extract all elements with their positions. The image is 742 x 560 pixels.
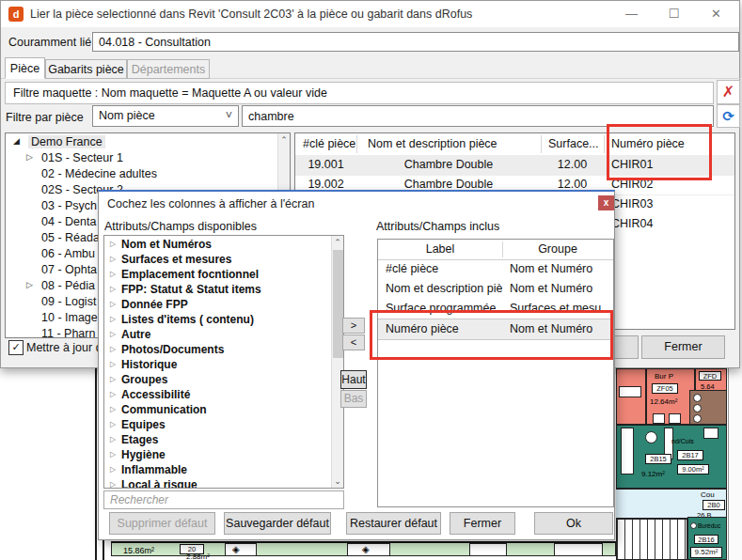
- scroll-down-icon[interactable]: ⌄: [332, 476, 343, 486]
- collapsed-icon[interactable]: ▷: [110, 315, 116, 323]
- collapsed-icon[interactable]: ▷: [110, 420, 116, 428]
- column-header-label[interactable]: Label: [378, 240, 502, 259]
- supprimer-defaut-button[interactable]: Supprimer défaut: [109, 512, 215, 535]
- list-item[interactable]: ▷Inflammable: [104, 463, 328, 478]
- collapsed-icon[interactable]: ▷: [110, 240, 116, 248]
- list-item[interactable]: ▷Donnée FPP: [104, 298, 328, 313]
- list-item-label: Surfaces et mesures: [121, 253, 231, 266]
- sauvegarder-defaut-button[interactable]: Sauvegarder défaut: [224, 512, 331, 535]
- close-icon[interactable]: ✕: [695, 1, 737, 27]
- collapsed-icon[interactable]: ▷: [110, 270, 116, 278]
- collapsed-icon[interactable]: ▷: [26, 152, 33, 162]
- tree-item-label: 08 - Pédia: [41, 279, 95, 292]
- attribute-search-input[interactable]: [103, 490, 344, 509]
- collapsed-icon[interactable]: ▷: [110, 405, 116, 413]
- list-item[interactable]: ▷FPP: Statut & Statut items: [104, 283, 328, 298]
- list-item[interactable]: ▷Surfaces et mesures: [104, 253, 328, 268]
- collapsed-icon[interactable]: ▷: [26, 280, 33, 289]
- list-item[interactable]: ▷Autre: [104, 328, 328, 343]
- collapsed-icon[interactable]: ▷: [110, 285, 116, 293]
- column-header-surface[interactable]: Surface...: [541, 133, 604, 155]
- available-label: Attributs/Champs disponibles: [104, 220, 257, 233]
- update-checkbox[interactable]: ✓: [8, 340, 24, 355]
- included-row[interactable]: #clé pièce Nom et Numéro: [378, 259, 613, 279]
- list-item[interactable]: ▷Etages: [104, 433, 328, 448]
- screenshot-root: 15.86m² 20 ◈ ◈ 2.88m² Bur P ZF05 12.64m²…: [0, 0, 742, 560]
- list-scrollbar[interactable]: ⌃ ⌄: [331, 236, 343, 488]
- filter-field-dropdown[interactable]: Nom pièce ˅: [92, 105, 239, 127]
- collapsed-icon[interactable]: ▷: [110, 255, 116, 263]
- partial-hidden-button[interactable]: [612, 335, 639, 359]
- ok-button[interactable]: Ok: [534, 512, 613, 535]
- refresh-filter-icon[interactable]: ⟳: [717, 104, 740, 128]
- collapsed-icon[interactable]: ▷: [110, 375, 116, 383]
- move-down-button[interactable]: Bas: [340, 390, 367, 408]
- minimize-icon[interactable]: —: [610, 1, 653, 27]
- plan-room-tag: 2B16: [694, 535, 718, 544]
- dialog-close-icon[interactable]: x: [598, 195, 614, 210]
- collapsed-icon[interactable]: ▷: [110, 360, 116, 368]
- move-up-button[interactable]: Haut: [340, 370, 367, 389]
- tab-piece[interactable]: Pièce: [5, 57, 45, 79]
- collapsed-icon[interactable]: ▷: [110, 300, 116, 308]
- tree-item-label: 09 - Logist: [41, 295, 96, 308]
- expanded-icon[interactable]: ◢: [13, 136, 20, 146]
- maximize-icon[interactable]: ☐: [653, 1, 695, 27]
- plan-room-tag: 2B0: [703, 500, 725, 510]
- plan-door-block: [554, 543, 603, 556]
- list-item[interactable]: ▷Equipes: [104, 418, 328, 433]
- collapsed-icon[interactable]: ▷: [110, 465, 116, 474]
- list-item-label: Emplacement focntionnel: [121, 268, 259, 281]
- column-header-name[interactable]: Nom et description pièce: [356, 133, 541, 155]
- current-link-label: Couramment lié à:: [8, 36, 104, 49]
- column-header-groupe[interactable]: Groupe: [502, 240, 613, 259]
- list-item[interactable]: ▷Nom et Numéros: [104, 238, 328, 253]
- current-link-field[interactable]: [92, 32, 739, 52]
- plan-area-label: 12.64m²: [650, 397, 677, 406]
- tab-departements[interactable]: Départements: [127, 59, 210, 79]
- restaurer-defaut-button[interactable]: Restaurer défaut: [346, 512, 441, 535]
- collapsed-icon[interactable]: ▷: [110, 345, 116, 353]
- plan-room-teal-small: Buréduc 2B16 9.52m²: [687, 517, 727, 560]
- list-item[interactable]: ▷Emplacement focntionnel: [104, 268, 328, 283]
- column-header-key[interactable]: #clé pièce: [295, 133, 356, 155]
- list-item[interactable]: ▷Groupes: [104, 373, 328, 388]
- collapsed-icon[interactable]: ▷: [110, 480, 116, 489]
- scroll-up-icon[interactable]: ⌃: [278, 135, 290, 145]
- list-item[interactable]: ▷Communication: [104, 403, 328, 418]
- dialog-title: Lier la pièce selectionné dans Revit 'Co…: [30, 8, 472, 21]
- plan-area-label: 9.00m²: [677, 464, 709, 474]
- fermer-button[interactable]: Fermer: [641, 335, 725, 359]
- collapsed-icon[interactable]: ▷: [110, 330, 116, 338]
- clear-filter-icon[interactable]: ✗: [717, 80, 740, 104]
- remove-column-button[interactable]: <: [342, 334, 365, 350]
- plan-symbol: [690, 522, 697, 529]
- cell-label: Nom et description piè: [378, 279, 502, 299]
- dialog-fermer-button[interactable]: Fermer: [450, 512, 515, 535]
- tree-item[interactable]: ▷ 01S - Secteur 1: [6, 151, 274, 167]
- list-item-label: Groupes: [121, 373, 167, 386]
- list-item[interactable]: ▷Photos/Documents: [104, 343, 328, 358]
- cell-key: 19.001: [295, 155, 356, 175]
- cell-numero: CHIR04: [604, 214, 734, 234]
- cell-surface: 12.00: [541, 155, 604, 175]
- list-item[interactable]: ▷Hygiène: [104, 448, 328, 463]
- tree-item-demo-france[interactable]: ◢ Demo France: [6, 135, 274, 151]
- plan-door-block: [469, 543, 507, 556]
- list-item-label: Inflammable: [121, 463, 187, 476]
- tree-item[interactable]: 02 - Médecine adultes: [6, 167, 274, 183]
- collapsed-icon[interactable]: ▷: [110, 390, 116, 398]
- collapsed-icon[interactable]: ▷: [110, 435, 116, 443]
- plan-wall: [95, 368, 97, 560]
- list-item[interactable]: ▷Historique: [104, 358, 328, 373]
- tree-item-label: 03 - Psych: [41, 199, 97, 212]
- tab-gabarits-piece[interactable]: Gabarits pièce: [45, 59, 127, 79]
- add-column-button[interactable]: >: [342, 318, 365, 334]
- list-item[interactable]: ▷Local à risque: [104, 478, 328, 489]
- scroll-up-icon[interactable]: ⌃: [332, 238, 343, 247]
- collapsed-icon[interactable]: ▷: [110, 450, 116, 459]
- tree-item-label: 01S - Secteur 1: [41, 151, 123, 164]
- list-item[interactable]: ▷Listes d'items ( contenu): [104, 313, 328, 328]
- list-item[interactable]: ▷Accessibilité: [104, 388, 328, 403]
- included-row[interactable]: Nom et description piè Nom et Numéro: [378, 279, 613, 299]
